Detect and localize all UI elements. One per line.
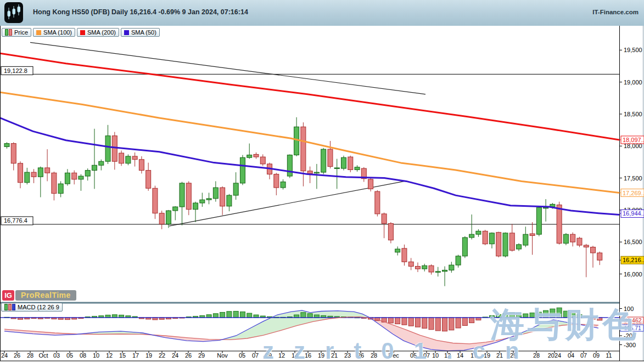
candle [173,207,178,211]
candle [92,165,97,170]
candle [105,136,110,162]
candlestick-logo-icon [4,2,23,23]
candle [590,247,595,253]
sma200-swatch-icon [80,30,85,35]
candle [65,173,70,184]
time-tick-label: 10 [432,352,439,359]
candle [503,233,508,256]
legend-sma50[interactable]: SMA (50) [121,28,160,37]
candle [483,231,488,244]
price-tick-label: 16,500 [624,239,642,245]
legend-sma200-label: SMA (200) [87,29,116,36]
time-tick-label: 24 [172,352,178,359]
candle [584,245,589,247]
macd-indicator-legend[interactable]: MACD (12 26 9 [1,303,63,312]
candle [247,155,252,158]
candle [233,183,238,195]
candle [112,136,117,162]
legend-price-label: Price [14,29,28,36]
candle [193,203,198,210]
legend-sma200[interactable]: SMA (200) [77,28,119,37]
candle [509,233,514,250]
candle [4,144,9,147]
macd-badge: -115.71 [620,325,643,332]
time-tick-label: 11 [606,352,612,359]
time-tick-label: Oct [38,352,48,359]
candle [557,205,562,244]
candle [180,183,184,207]
macd-tick-label: 100 [624,306,634,312]
candle [570,234,575,242]
candle [321,149,326,172]
candle [139,160,144,171]
price-badge: 17,269.. [619,189,644,197]
legend-price[interactable]: Price [2,28,31,37]
candle [85,171,90,176]
candle [314,172,319,173]
macd-icon [4,304,15,310]
candle [45,168,50,173]
time-tick-label: 16 [305,352,311,359]
chart-window: Hong Kong HS50 (DFB) Daily 16,216.4 -0.6… [0,0,644,362]
itfinance-brand: IT-Finance.com [592,9,639,15]
candle [200,200,205,203]
time-tick-label: 28 [371,352,377,359]
time-tick-label: 19 [145,352,152,359]
sma50-swatch-icon [124,30,129,35]
chart-canvas[interactable]: 19,122.816,776.419,50019,00018,50018,000… [0,26,644,362]
legend-sma50-label: SMA (50) [131,29,156,36]
svg-text:16,216..: 16,216.. [623,257,644,263]
candle [99,161,104,165]
candle [408,262,413,266]
candle [382,214,387,223]
price-badge: 16,216.. [619,256,644,264]
candle [443,270,447,272]
candle [213,188,218,199]
candle [166,211,171,224]
time-tick-label: 28 [533,352,540,359]
time-tick-label: 26 [185,352,192,359]
title-bar: Hong Kong HS50 (DFB) Daily 16,216.4 -0.6… [0,0,644,26]
candle [402,248,407,262]
candle [496,233,501,256]
time-tick-label: 09 [593,352,600,359]
candle [469,234,474,237]
time-tick-label: 14 [292,352,298,359]
candle [260,157,265,164]
time-tick-label: 10 [93,352,99,359]
price-tick-label: 19,500 [624,47,642,53]
time-tick-label: 17 [471,352,477,359]
macd-tick-label: -300 [624,342,636,348]
candle [348,157,353,169]
sma100-swatch-icon [36,30,41,35]
svg-text:-115.71: -115.71 [622,325,641,331]
time-tick-label: 08 [80,352,86,359]
candle [328,149,333,166]
candle [25,172,30,183]
candle [422,265,427,269]
time-tick-label: 04 [568,352,574,359]
svg-text:17,269..: 17,269.. [623,190,644,196]
time-tick-label: 23 [344,352,351,359]
time-tick-label: 28 [27,352,33,359]
time-tick-label: 05 [66,352,73,359]
candle [31,172,36,177]
time-tick-label: 07 [580,352,587,359]
svg-text:16,944..: 16,944.. [623,210,644,217]
time-tick-label: 05 [239,352,245,359]
candle [429,265,434,272]
candle [206,199,211,200]
candle [301,127,306,171]
candle [577,238,582,245]
candle [18,163,23,183]
provider-logos: IG ProRealTime [2,290,76,301]
price-tick-label: 16,000 [624,271,642,278]
candle [395,249,400,252]
price-icon [5,29,12,36]
candle [281,182,285,188]
candle [489,233,494,244]
candle [79,176,83,179]
time-tick-label: 03 [53,352,60,359]
time-tick-label: 17 [132,352,139,359]
legend-sma100[interactable]: SMA (100) [33,28,75,37]
